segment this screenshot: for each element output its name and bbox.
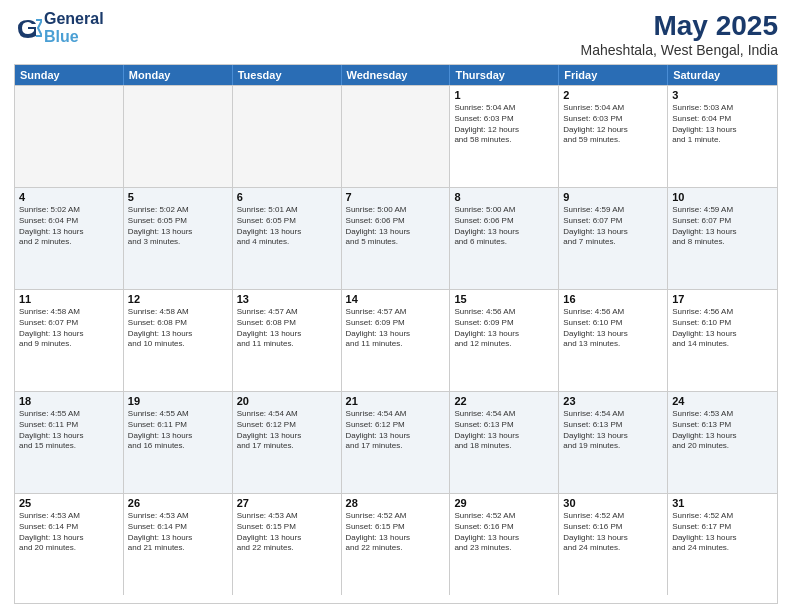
day-number: 17 <box>672 293 773 305</box>
calendar-cell: 20Sunrise: 4:54 AM Sunset: 6:12 PM Dayli… <box>233 392 342 493</box>
day-number: 24 <box>672 395 773 407</box>
calendar-cell: 1Sunrise: 5:04 AM Sunset: 6:03 PM Daylig… <box>450 86 559 187</box>
calendar-cell: 26Sunrise: 4:53 AM Sunset: 6:14 PM Dayli… <box>124 494 233 595</box>
cell-info: Sunrise: 4:54 AM Sunset: 6:13 PM Dayligh… <box>454 409 554 452</box>
cell-info: Sunrise: 4:54 AM Sunset: 6:12 PM Dayligh… <box>346 409 446 452</box>
day-number: 19 <box>128 395 228 407</box>
cell-info: Sunrise: 5:04 AM Sunset: 6:03 PM Dayligh… <box>454 103 554 146</box>
calendar-cell: 13Sunrise: 4:57 AM Sunset: 6:08 PM Dayli… <box>233 290 342 391</box>
calendar-row-1: 1Sunrise: 5:04 AM Sunset: 6:03 PM Daylig… <box>15 85 777 187</box>
day-number: 21 <box>346 395 446 407</box>
day-number: 16 <box>563 293 663 305</box>
cell-info: Sunrise: 4:54 AM Sunset: 6:12 PM Dayligh… <box>237 409 337 452</box>
header: General Blue May 2025 Maheshtala, West B… <box>14 10 778 58</box>
subtitle: Maheshtala, West Bengal, India <box>581 42 778 58</box>
cell-info: Sunrise: 4:55 AM Sunset: 6:11 PM Dayligh… <box>19 409 119 452</box>
day-number: 22 <box>454 395 554 407</box>
cell-info: Sunrise: 4:58 AM Sunset: 6:08 PM Dayligh… <box>128 307 228 350</box>
calendar: SundayMondayTuesdayWednesdayThursdayFrid… <box>14 64 778 604</box>
header-day-friday: Friday <box>559 65 668 85</box>
calendar-cell: 22Sunrise: 4:54 AM Sunset: 6:13 PM Dayli… <box>450 392 559 493</box>
calendar-cell: 7Sunrise: 5:00 AM Sunset: 6:06 PM Daylig… <box>342 188 451 289</box>
day-number: 23 <box>563 395 663 407</box>
calendar-header: SundayMondayTuesdayWednesdayThursdayFrid… <box>15 65 777 85</box>
cell-info: Sunrise: 4:59 AM Sunset: 6:07 PM Dayligh… <box>563 205 663 248</box>
day-number: 7 <box>346 191 446 203</box>
cell-info: Sunrise: 4:57 AM Sunset: 6:08 PM Dayligh… <box>237 307 337 350</box>
calendar-body: 1Sunrise: 5:04 AM Sunset: 6:03 PM Daylig… <box>15 85 777 595</box>
cell-info: Sunrise: 4:53 AM Sunset: 6:14 PM Dayligh… <box>19 511 119 554</box>
day-number: 27 <box>237 497 337 509</box>
calendar-row-3: 11Sunrise: 4:58 AM Sunset: 6:07 PM Dayli… <box>15 289 777 391</box>
day-number: 5 <box>128 191 228 203</box>
cell-info: Sunrise: 5:01 AM Sunset: 6:05 PM Dayligh… <box>237 205 337 248</box>
calendar-cell: 10Sunrise: 4:59 AM Sunset: 6:07 PM Dayli… <box>668 188 777 289</box>
calendar-row-2: 4Sunrise: 5:02 AM Sunset: 6:04 PM Daylig… <box>15 187 777 289</box>
cell-info: Sunrise: 4:56 AM Sunset: 6:09 PM Dayligh… <box>454 307 554 350</box>
calendar-cell: 23Sunrise: 4:54 AM Sunset: 6:13 PM Dayli… <box>559 392 668 493</box>
calendar-cell: 5Sunrise: 5:02 AM Sunset: 6:05 PM Daylig… <box>124 188 233 289</box>
cell-info: Sunrise: 5:04 AM Sunset: 6:03 PM Dayligh… <box>563 103 663 146</box>
day-number: 25 <box>19 497 119 509</box>
calendar-cell: 24Sunrise: 4:53 AM Sunset: 6:13 PM Dayli… <box>668 392 777 493</box>
day-number: 20 <box>237 395 337 407</box>
calendar-cell: 19Sunrise: 4:55 AM Sunset: 6:11 PM Dayli… <box>124 392 233 493</box>
calendar-cell: 29Sunrise: 4:52 AM Sunset: 6:16 PM Dayli… <box>450 494 559 595</box>
cell-info: Sunrise: 4:52 AM Sunset: 6:16 PM Dayligh… <box>563 511 663 554</box>
cell-info: Sunrise: 4:53 AM Sunset: 6:14 PM Dayligh… <box>128 511 228 554</box>
day-number: 30 <box>563 497 663 509</box>
calendar-cell: 11Sunrise: 4:58 AM Sunset: 6:07 PM Dayli… <box>15 290 124 391</box>
calendar-cell: 15Sunrise: 4:56 AM Sunset: 6:09 PM Dayli… <box>450 290 559 391</box>
main-title: May 2025 <box>581 10 778 42</box>
page: General Blue May 2025 Maheshtala, West B… <box>0 0 792 612</box>
calendar-cell <box>15 86 124 187</box>
day-number: 10 <box>672 191 773 203</box>
calendar-cell: 16Sunrise: 4:56 AM Sunset: 6:10 PM Dayli… <box>559 290 668 391</box>
calendar-cell: 4Sunrise: 5:02 AM Sunset: 6:04 PM Daylig… <box>15 188 124 289</box>
calendar-cell: 21Sunrise: 4:54 AM Sunset: 6:12 PM Dayli… <box>342 392 451 493</box>
cell-info: Sunrise: 5:02 AM Sunset: 6:05 PM Dayligh… <box>128 205 228 248</box>
cell-info: Sunrise: 5:02 AM Sunset: 6:04 PM Dayligh… <box>19 205 119 248</box>
calendar-cell: 17Sunrise: 4:56 AM Sunset: 6:10 PM Dayli… <box>668 290 777 391</box>
cell-info: Sunrise: 4:52 AM Sunset: 6:17 PM Dayligh… <box>672 511 773 554</box>
calendar-row-4: 18Sunrise: 4:55 AM Sunset: 6:11 PM Dayli… <box>15 391 777 493</box>
calendar-cell: 28Sunrise: 4:52 AM Sunset: 6:15 PM Dayli… <box>342 494 451 595</box>
cell-info: Sunrise: 4:56 AM Sunset: 6:10 PM Dayligh… <box>672 307 773 350</box>
day-number: 13 <box>237 293 337 305</box>
calendar-cell: 12Sunrise: 4:58 AM Sunset: 6:08 PM Dayli… <box>124 290 233 391</box>
header-day-thursday: Thursday <box>450 65 559 85</box>
header-day-tuesday: Tuesday <box>233 65 342 85</box>
cell-info: Sunrise: 5:00 AM Sunset: 6:06 PM Dayligh… <box>454 205 554 248</box>
day-number: 3 <box>672 89 773 101</box>
day-number: 6 <box>237 191 337 203</box>
calendar-cell: 25Sunrise: 4:53 AM Sunset: 6:14 PM Dayli… <box>15 494 124 595</box>
calendar-cell: 27Sunrise: 4:53 AM Sunset: 6:15 PM Dayli… <box>233 494 342 595</box>
calendar-cell: 9Sunrise: 4:59 AM Sunset: 6:07 PM Daylig… <box>559 188 668 289</box>
header-day-wednesday: Wednesday <box>342 65 451 85</box>
cell-info: Sunrise: 4:53 AM Sunset: 6:15 PM Dayligh… <box>237 511 337 554</box>
calendar-row-5: 25Sunrise: 4:53 AM Sunset: 6:14 PM Dayli… <box>15 493 777 595</box>
day-number: 2 <box>563 89 663 101</box>
calendar-cell: 31Sunrise: 4:52 AM Sunset: 6:17 PM Dayli… <box>668 494 777 595</box>
cell-info: Sunrise: 4:53 AM Sunset: 6:13 PM Dayligh… <box>672 409 773 452</box>
calendar-cell: 6Sunrise: 5:01 AM Sunset: 6:05 PM Daylig… <box>233 188 342 289</box>
day-number: 8 <box>454 191 554 203</box>
calendar-cell: 14Sunrise: 4:57 AM Sunset: 6:09 PM Dayli… <box>342 290 451 391</box>
cell-info: Sunrise: 5:00 AM Sunset: 6:06 PM Dayligh… <box>346 205 446 248</box>
cell-info: Sunrise: 4:52 AM Sunset: 6:15 PM Dayligh… <box>346 511 446 554</box>
cell-info: Sunrise: 4:54 AM Sunset: 6:13 PM Dayligh… <box>563 409 663 452</box>
day-number: 29 <box>454 497 554 509</box>
calendar-cell: 30Sunrise: 4:52 AM Sunset: 6:16 PM Dayli… <box>559 494 668 595</box>
calendar-cell <box>124 86 233 187</box>
cell-info: Sunrise: 4:56 AM Sunset: 6:10 PM Dayligh… <box>563 307 663 350</box>
title-area: May 2025 Maheshtala, West Bengal, India <box>581 10 778 58</box>
header-day-sunday: Sunday <box>15 65 124 85</box>
calendar-cell <box>233 86 342 187</box>
calendar-cell: 8Sunrise: 5:00 AM Sunset: 6:06 PM Daylig… <box>450 188 559 289</box>
cell-info: Sunrise: 4:58 AM Sunset: 6:07 PM Dayligh… <box>19 307 119 350</box>
cell-info: Sunrise: 4:59 AM Sunset: 6:07 PM Dayligh… <box>672 205 773 248</box>
day-number: 28 <box>346 497 446 509</box>
day-number: 11 <box>19 293 119 305</box>
cell-info: Sunrise: 4:57 AM Sunset: 6:09 PM Dayligh… <box>346 307 446 350</box>
logo-area: General Blue <box>14 10 104 46</box>
